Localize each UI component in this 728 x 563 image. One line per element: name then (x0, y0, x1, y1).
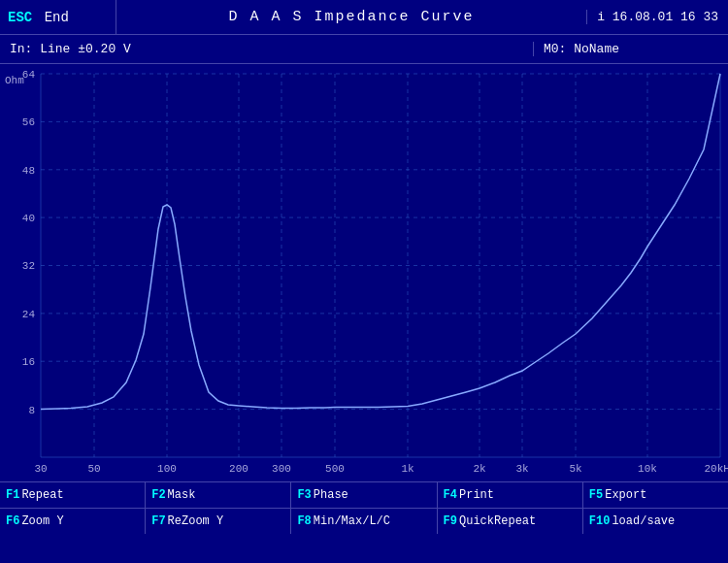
svg-text:3k: 3k (515, 463, 529, 475)
svg-text:24: 24 (22, 309, 36, 320)
key-label: F8 (297, 514, 311, 528)
svg-text:40: 40 (22, 213, 35, 224)
impedance-chart: 64 56 48 40 32 24 16 8 Ohm 30 50 100 200… (0, 64, 728, 481)
esc-end-area: ESC End (0, 0, 116, 34)
key-label: F4 (444, 488, 457, 502)
function-key-f5[interactable]: F5 Export (583, 482, 728, 508)
svg-text:500: 500 (325, 463, 345, 475)
function-key-f2[interactable]: F2 Mask (146, 482, 291, 508)
key-label: F2 (151, 488, 165, 502)
svg-text:20kHz: 20kHz (704, 463, 728, 475)
function-key-f1[interactable]: F1 Repeat (0, 482, 146, 508)
svg-text:Ohm: Ohm (5, 75, 24, 86)
chart-container: 64 56 48 40 32 24 16 8 Ohm 30 50 100 200… (0, 64, 728, 481)
mo-info: M0: NoName (534, 42, 728, 56)
function-keys-row2: F6 Zoom YF7 ReZoom YF8 Min/Max/L/CF9 Qui… (0, 508, 728, 534)
key-label: F6 (6, 514, 19, 528)
function-key-f7[interactable]: F7 ReZoom Y (146, 509, 291, 534)
key-label: F10 (589, 514, 611, 528)
key-label: F1 (6, 488, 19, 502)
header-bar: ESC End D A A S Impedance Curve i 16.08.… (0, 0, 728, 35)
key-action-label: Export (605, 488, 646, 502)
key-action-label: Print (459, 488, 494, 502)
svg-text:2k: 2k (473, 463, 486, 475)
key-action-label: Min/Max/L/C (314, 514, 390, 528)
svg-text:30: 30 (34, 463, 47, 475)
key-action-label: load/save (612, 514, 675, 528)
svg-text:1k: 1k (401, 463, 414, 475)
key-action-label: Repeat (21, 488, 63, 502)
key-label: F3 (297, 488, 311, 502)
svg-text:48: 48 (22, 165, 35, 177)
function-key-f8[interactable]: F8 Min/Max/L/C (291, 509, 437, 534)
key-label: F7 (151, 514, 165, 528)
key-action-label: ReZoom Y (168, 514, 224, 528)
svg-text:5k: 5k (569, 463, 582, 475)
window-title: D A A S Impedance Curve (116, 9, 586, 25)
svg-text:50: 50 (87, 463, 100, 475)
key-action-label: QuickRepeat (459, 514, 536, 528)
key-label: F9 (444, 514, 457, 528)
svg-text:16: 16 (22, 356, 35, 368)
function-keys-row1: F1 RepeatF2 MaskF3 PhaseF4 PrintF5 Expor… (0, 481, 728, 508)
key-action-label: Phase (314, 488, 348, 502)
key-action-label: Mask (168, 488, 196, 502)
svg-text:100: 100 (157, 463, 177, 475)
function-key-f6[interactable]: F6 Zoom Y (0, 509, 146, 534)
svg-text:56: 56 (22, 116, 35, 128)
input-info: In: Line ±0.20 V (0, 42, 534, 56)
svg-text:10k: 10k (638, 463, 657, 475)
svg-text:200: 200 (229, 463, 248, 475)
svg-text:300: 300 (272, 463, 291, 475)
svg-text:64: 64 (22, 69, 36, 81)
datetime: i 16.08.01 16 33 (586, 10, 728, 24)
function-key-f4[interactable]: F4 Print (438, 482, 583, 508)
key-action-label: Zoom Y (21, 514, 63, 528)
esc-label[interactable]: ESC (8, 10, 32, 25)
end-label[interactable]: End (45, 10, 69, 25)
key-label: F5 (589, 488, 603, 502)
svg-text:8: 8 (28, 405, 35, 416)
info-bar: In: Line ±0.20 V M0: NoName (0, 35, 728, 64)
function-key-f3[interactable]: F3 Phase (291, 482, 437, 508)
separator (36, 10, 44, 25)
function-key-f10[interactable]: F10 load/save (583, 509, 728, 534)
function-key-f9[interactable]: F9 QuickRepeat (438, 509, 583, 534)
svg-text:32: 32 (22, 260, 35, 272)
